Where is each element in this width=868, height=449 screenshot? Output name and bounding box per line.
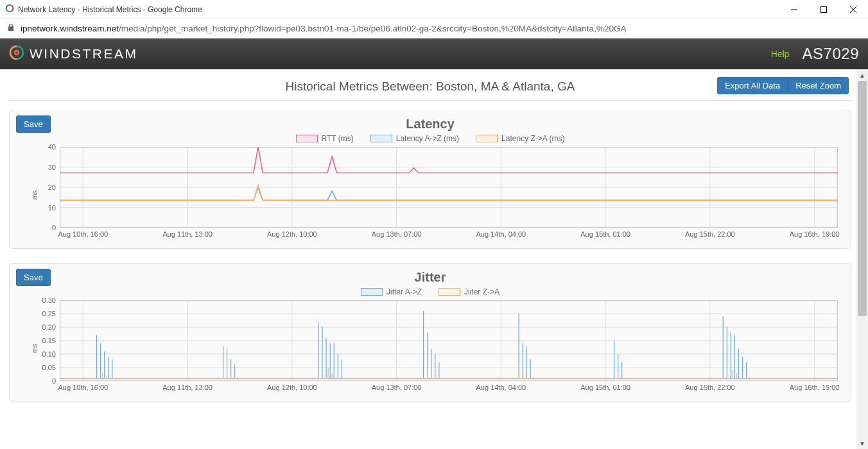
- ytick: 30: [48, 164, 56, 171]
- save-button-jitter[interactable]: Save: [16, 269, 51, 286]
- scroll-up-arrow[interactable]: ▲: [856, 69, 868, 81]
- jitter-yaxis: 00.050.100.150.200.250.30: [37, 300, 58, 381]
- legend-label: RTT (ms): [322, 134, 354, 143]
- legend-item[interactable]: Latency Z->A (ms): [476, 134, 564, 143]
- latency-legend: RTT (ms)Latency A->Z (ms)Latency Z->A (m…: [19, 134, 842, 143]
- legend-label: Latency Z->A (ms): [501, 134, 564, 143]
- ytick: 0.25: [42, 310, 56, 318]
- xtick: Aug 16th, 19:00: [790, 230, 840, 238]
- address-bar[interactable]: ipnetwork.windstream.net/media/php/get_m…: [0, 19, 868, 38]
- url-text: ipnetwork.windstream.net/media/php/get_m…: [21, 24, 626, 33]
- ytick: 0: [52, 377, 56, 385]
- ytick: 0: [52, 224, 56, 232]
- xtick: Aug 13th, 07:00: [372, 384, 422, 391]
- latency-yaxis: 010203040: [37, 147, 58, 228]
- ytick: 0.20: [42, 323, 56, 331]
- xtick: Aug 12th, 10:00: [267, 384, 317, 391]
- xtick: Aug 15th, 22:00: [685, 384, 735, 391]
- xtick: Aug 10th, 16:00: [58, 230, 108, 238]
- xtick: Aug 11th, 13:00: [162, 230, 213, 238]
- ytick: 40: [48, 143, 56, 151]
- legend-swatch: [476, 135, 498, 142]
- svg-point-6: [15, 51, 19, 55]
- legend-item[interactable]: Jiiter Z->A: [438, 287, 499, 296]
- brand-name: WINDSTREAM: [30, 46, 138, 62]
- window-minimize-button[interactable]: [779, 0, 809, 19]
- xtick: Aug 14th, 04:00: [476, 384, 526, 391]
- ytick: 20: [48, 183, 56, 191]
- separator: [9, 100, 851, 101]
- xtick: Aug 12th, 10:00: [267, 230, 317, 238]
- vertical-scrollbar[interactable]: ▲ ▼: [856, 69, 868, 449]
- ytick: 0.05: [42, 364, 56, 371]
- xtick: Aug 10th, 16:00: [58, 384, 108, 391]
- legend-item[interactable]: RTT (ms): [296, 134, 354, 143]
- jitter-chart-title: Jitter: [19, 270, 842, 285]
- svg-rect-3: [821, 6, 827, 12]
- latency-plot[interactable]: [60, 147, 838, 228]
- export-all-data-button[interactable]: Export All Data: [717, 77, 788, 94]
- ytick: 0.15: [42, 337, 56, 344]
- jitter-plot[interactable]: [60, 300, 838, 381]
- window-maximize-button[interactable]: [809, 0, 838, 19]
- legend-item[interactable]: Jitter A->Z: [361, 287, 422, 296]
- legend-swatch: [370, 135, 392, 142]
- window-close-button[interactable]: [838, 0, 868, 19]
- latency-xaxis: Aug 10th, 16:00Aug 11th, 13:00Aug 12th, …: [60, 229, 838, 243]
- legend-swatch: [361, 288, 383, 296]
- latency-chart-title: Latency: [19, 117, 842, 131]
- xtick: Aug 11th, 13:00: [162, 384, 213, 391]
- help-link[interactable]: Help: [771, 49, 790, 59]
- window-titlebar: Network Latency - Historical Metrics - G…: [0, 0, 868, 19]
- page-title: Historical Metrics Between: Boston, MA &…: [286, 80, 575, 94]
- asn-label: AS7029: [803, 45, 859, 63]
- latency-chart-card: Save Latency RTT (ms)Latency A->Z (ms)La…: [9, 110, 851, 249]
- save-button-latency[interactable]: Save: [16, 115, 51, 133]
- legend-swatch: [296, 135, 318, 142]
- xtick: Aug 14th, 04:00: [476, 230, 526, 238]
- scroll-down-arrow[interactable]: ▼: [856, 437, 868, 449]
- legend-label: Jiiter Z->A: [464, 287, 499, 296]
- xtick: Aug 15th, 22:00: [685, 230, 735, 238]
- xtick: Aug 15th, 01:00: [580, 230, 630, 238]
- favicon: [5, 4, 14, 15]
- reset-zoom-button[interactable]: Reset Zoom: [788, 77, 849, 94]
- xtick: Aug 13th, 07:00: [372, 230, 422, 238]
- ytick: 10: [48, 204, 56, 212]
- ytick: 0.30: [42, 296, 56, 304]
- xtick: Aug 16th, 19:00: [790, 384, 840, 391]
- legend-swatch: [438, 288, 460, 296]
- ytick: 0.10: [42, 350, 56, 358]
- brand-logo-icon: [9, 45, 24, 63]
- legend-label: Jitter A->Z: [386, 287, 422, 296]
- xtick: Aug 15th, 01:00: [580, 384, 630, 391]
- jitter-xaxis: Aug 10th, 16:00Aug 11th, 13:00Aug 12th, …: [60, 382, 838, 396]
- legend-label: Latency A->Z (ms): [396, 134, 459, 143]
- svg-point-1: [8, 7, 11, 10]
- legend-item[interactable]: Latency A->Z (ms): [370, 134, 459, 143]
- jitter-chart-card: Save Jitter Jitter A->ZJiiter Z->A ms 00…: [9, 263, 851, 402]
- window-title: Network Latency - Historical Metrics - G…: [18, 5, 202, 14]
- scroll-thumb[interactable]: [858, 81, 867, 316]
- lock-icon: [6, 23, 15, 34]
- jitter-legend: Jitter A->ZJiiter Z->A: [19, 287, 842, 296]
- brand-bar: WINDSTREAM Help AS7029: [0, 38, 868, 69]
